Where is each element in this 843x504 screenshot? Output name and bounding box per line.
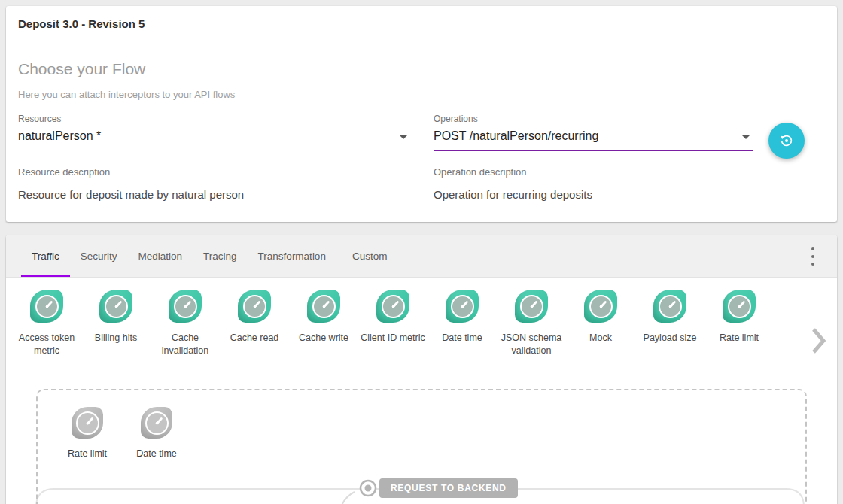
dropped-interceptor-label: Date time (136, 448, 177, 459)
tab-label: Tracing (203, 250, 237, 262)
interceptor-label: Rate limit (720, 332, 759, 345)
interceptor-label: Cache read (230, 332, 279, 345)
interceptor-palette: Access token metric Billing hits Cache i… (6, 278, 837, 357)
section-divider (18, 83, 823, 83)
page-title: Deposit 3.0 - Revision 5 (18, 17, 145, 30)
interceptor-item-payload-size[interactable]: Payload size (635, 290, 705, 345)
tab-label: Mediation (138, 250, 183, 262)
gauge-icon (446, 290, 479, 323)
interceptor-item-cache-read[interactable]: Cache read (220, 290, 289, 345)
chevron-down-icon[interactable] (742, 135, 750, 139)
chevron-right-icon[interactable] (811, 327, 826, 357)
interceptor-item-json-schema-validation[interactable]: JSON schema validation (497, 290, 566, 357)
flow-section-heading: Choose your Flow (18, 60, 145, 78)
tab-divider (339, 235, 339, 277)
gauge-icon (307, 290, 340, 323)
tab-tracing[interactable]: Tracing (193, 235, 248, 277)
tab-label: Custom (352, 250, 388, 262)
history-button[interactable] (768, 123, 805, 159)
interceptor-item-date-time[interactable]: Date time (428, 290, 497, 345)
tab-traffic[interactable]: Traffic (21, 235, 70, 277)
gauge-icon (141, 407, 172, 439)
interceptor-item-billing-hits[interactable]: Billing hits (81, 290, 151, 345)
interceptor-tabs: Traffic Security Mediation Tracing Trans… (6, 235, 837, 278)
interceptor-item-rate-limit[interactable]: Rate limit (705, 290, 774, 345)
operation-description-value: Operation for recurring deposits (434, 188, 592, 201)
interceptor-label: Cache invalidation (151, 332, 220, 357)
interceptor-item-client-id-metric[interactable]: Client ID metric (358, 290, 428, 345)
chevron-down-icon[interactable] (400, 135, 407, 139)
interceptor-item-access-token-metric[interactable]: Access token metric (12, 290, 81, 357)
operation-description: Operation description Operation for recu… (434, 166, 592, 201)
dropped-interceptor-label: Rate limit (68, 448, 107, 459)
gauge-icon (515, 290, 548, 323)
gauge-icon (653, 290, 686, 323)
gauge-icon (72, 407, 103, 439)
interceptors-panel: Traffic Security Mediation Tracing Trans… (6, 235, 837, 504)
tab-label: Security (81, 250, 117, 262)
interceptor-item-mock[interactable]: Mock (566, 290, 635, 345)
tab-custom[interactable]: Custom (342, 235, 398, 277)
interceptor-item-cache-write[interactable]: Cache write (289, 290, 358, 345)
interceptor-label: JSON schema validation (497, 332, 566, 357)
operations-value: POST /naturalPerson/recurring (434, 129, 598, 142)
dropped-interceptor-rate-limit[interactable]: Rate limit (56, 407, 119, 459)
resources-select[interactable]: Resources naturalPerson * (18, 114, 410, 150)
interceptor-label: Billing hits (95, 332, 137, 345)
gauge-icon (376, 290, 409, 323)
operations-select[interactable]: Operations POST /naturalPerson/recurring (434, 114, 753, 151)
gauge-icon (30, 290, 63, 323)
tab-mediation[interactable]: Mediation (128, 235, 193, 277)
resources-label: Resources (18, 114, 410, 124)
operation-description-label: Operation description (434, 166, 592, 178)
interceptor-item-cache-invalidation[interactable]: Cache invalidation (151, 290, 220, 357)
resource-description-label: Resource description (18, 166, 244, 178)
flow-editor-page: { "window": { "title": "Deposit 3.0 - Re… (0, 0, 843, 504)
interceptor-label: Payload size (644, 332, 697, 345)
resources-value: naturalPerson * (18, 129, 101, 142)
tab-transformation[interactable]: Transformation (248, 235, 336, 277)
gauge-icon (238, 290, 271, 323)
operations-label: Operations (434, 114, 753, 124)
gauge-icon (584, 290, 617, 323)
resource-description: Resource description Resource for deposi… (18, 166, 244, 201)
history-icon (778, 132, 795, 149)
gauge-icon (99, 290, 132, 323)
interceptor-label: Date time (442, 332, 482, 345)
api-revision-card: Deposit 3.0 - Revision 5 Choose your Flo… (6, 6, 837, 222)
dropped-interceptor-date-time[interactable]: Date time (125, 407, 188, 459)
interceptor-label: Access token metric (12, 332, 81, 357)
interceptor-label: Mock (589, 332, 612, 345)
flow-section-subheading: Here you can attach interceptors to your… (18, 89, 235, 100)
interceptor-label: Cache write (299, 332, 348, 345)
tab-label: Traffic (32, 250, 59, 262)
tab-security[interactable]: Security (70, 235, 128, 277)
gauge-icon (169, 290, 202, 323)
request-to-backend-badge: REQUEST TO BACKEND (379, 478, 518, 498)
tab-label: Transformation (258, 250, 326, 262)
interceptor-label: Client ID metric (361, 332, 425, 345)
gauge-icon (723, 290, 756, 323)
resource-description-value: Resource for deposit made by natural per… (18, 188, 244, 201)
kebab-menu-icon[interactable] (808, 244, 817, 269)
